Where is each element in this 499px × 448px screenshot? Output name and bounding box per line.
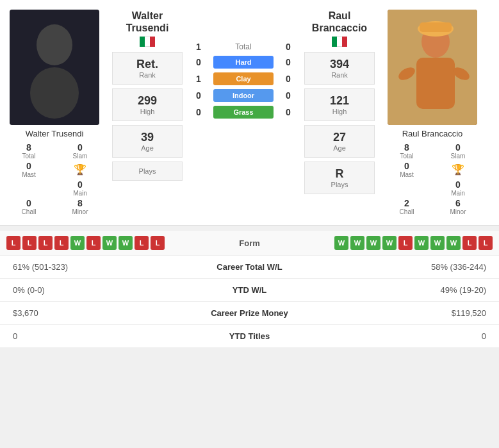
grass-right: 0 <box>279 107 298 117</box>
form-row: LLLLWLWWLL Form WWWWLWWWLL <box>0 231 499 256</box>
form-badge-right: W <box>430 236 445 250</box>
prize-row: $3,670 Career Prize Money $119,520 <box>0 302 499 325</box>
left-total-label: Total <box>22 153 35 160</box>
hard-row: 0 Hard 0 <box>189 56 298 69</box>
prize-right: $119,520 <box>329 308 486 318</box>
left-high-val: 299 <box>115 94 179 108</box>
left-flag <box>140 37 155 47</box>
left-total-val: 8 <box>26 142 31 153</box>
form-badge-right: L <box>479 236 493 250</box>
form-badges-right: WWWWLWWWLL <box>288 236 493 250</box>
right-plays-val: R <box>307 167 372 181</box>
right-age-box: 27 Age <box>304 125 375 158</box>
left-chall-label: Chall <box>22 208 37 215</box>
right-high-label: High <box>307 108 372 115</box>
right-main-val: 0 <box>455 179 461 190</box>
left-slam-label: Slam <box>73 153 88 160</box>
grass-row: 0 Grass 0 <box>189 106 298 119</box>
svg-point-2 <box>30 67 79 119</box>
ytd-wl-label: YTD W/L <box>170 285 328 295</box>
right-mast-val: 0 <box>404 161 409 171</box>
form-badge-left: W <box>102 236 117 250</box>
right-player-photo <box>388 10 477 125</box>
left-high-box: 299 High <box>112 88 183 121</box>
indoor-row: 0 Indoor 0 <box>189 89 298 102</box>
titles-label: YTD Titles <box>170 331 328 341</box>
form-badge-right: L <box>398 236 413 250</box>
right-high-box: 121 High <box>304 88 375 121</box>
main-container: Walter Trusendi 8 Total 0 Slam 0 Mast 🏆 <box>0 0 499 348</box>
clay-row: 1 Clay 0 <box>189 72 298 85</box>
right-main-label: Main <box>451 190 465 197</box>
titles-left: 0 <box>13 331 170 341</box>
right-total-label: Total <box>400 153 413 160</box>
right-age-label: Age <box>307 144 372 152</box>
left-age-val: 39 <box>115 131 179 144</box>
hard-right: 0 <box>279 57 298 67</box>
career-total-row: 61% (501-323) Career Total W/L 58% (336-… <box>0 256 499 279</box>
career-total-right: 58% (336-244) <box>329 262 486 272</box>
left-main-label: Main <box>73 190 87 197</box>
left-mast-label: Mast <box>22 171 36 178</box>
form-badge-right: W <box>382 236 397 250</box>
right-mast-label: Mast <box>400 171 414 178</box>
hard-left: 0 <box>189 57 208 67</box>
right-main-stat: 0 Main <box>436 179 480 197</box>
right-total-stat: 8 Total <box>384 142 429 160</box>
right-rank-val: 394 <box>307 58 372 71</box>
form-badge-left: W <box>70 236 85 250</box>
right-middle-stats: Raul Brancaccio 394 Rank 121 High 27 <box>301 6 378 219</box>
form-badge-right: L <box>462 236 477 250</box>
right-mast-stat: 0 Mast <box>384 161 429 178</box>
right-high-val: 121 <box>307 94 372 108</box>
svg-rect-5 <box>416 58 455 109</box>
right-minor-stat: 6 Minor <box>436 198 480 215</box>
right-stats-grid: 8 Total 0 Slam 0 Mast 🏆 0 Main <box>381 142 484 215</box>
right-age-val: 27 <box>307 131 372 144</box>
left-name-header: Walter Trusendi <box>126 10 169 34</box>
right-minor-val: 6 <box>455 198 461 208</box>
left-high-label: High <box>115 108 179 115</box>
form-badge-left: W <box>119 236 133 250</box>
right-total-val: 8 <box>404 142 409 153</box>
indoor-left: 0 <box>189 90 208 101</box>
form-badge-right: W <box>334 236 348 250</box>
grass-btn: Grass <box>213 106 274 119</box>
left-minor-label: Minor <box>72 208 88 215</box>
left-chall-stat: 0 Chall <box>6 198 51 215</box>
left-player-card: Walter Trusendi 8 Total 0 Slam 0 Mast 🏆 <box>0 6 109 219</box>
ytd-wl-row: 0% (0-0) YTD W/L 49% (19-20) <box>0 279 499 302</box>
left-mast-stat: 0 Mast <box>6 161 51 178</box>
indoor-right: 0 <box>279 90 298 101</box>
left-rank-val: Ret. <box>115 58 179 71</box>
right-chall-val: 2 <box>404 198 409 208</box>
right-player-card: Raul Brancaccio 8 Total 0 Slam 0 Mast 🏆 <box>378 6 487 219</box>
form-badge-left: L <box>22 236 37 250</box>
right-plays-label: Plays <box>307 181 372 188</box>
right-name-header: Raul Brancaccio <box>312 10 367 34</box>
total-row: 1 Total 0 <box>189 42 298 52</box>
left-middle-stats: Walter Trusendi Ret. Rank 299 High 39 <box>109 6 186 219</box>
ytd-wl-left: 0% (0-0) <box>13 285 170 295</box>
hard-btn: Hard <box>213 56 274 69</box>
form-badge-left: L <box>54 236 69 250</box>
right-chall-label: Chall <box>400 208 414 215</box>
left-chall-val: 0 <box>26 198 31 208</box>
left-minor-stat: 8 Minor <box>58 198 102 215</box>
right-slam-label: Slam <box>451 153 466 160</box>
form-badge-right: W <box>366 236 380 250</box>
form-badge-right: W <box>350 236 364 250</box>
right-trophy: 🏆 <box>436 161 480 178</box>
left-rank-label: Rank <box>115 71 179 79</box>
left-player-photo <box>10 10 99 125</box>
clay-left: 1 <box>189 74 208 84</box>
total-right: 0 <box>279 42 298 52</box>
left-minor-val: 8 <box>78 198 83 208</box>
left-age-label: Age <box>115 144 179 152</box>
total-left: 1 <box>189 42 208 52</box>
prize-label: Career Prize Money <box>170 308 328 318</box>
form-badge-right: W <box>414 236 429 250</box>
left-main-val: 0 <box>78 179 83 190</box>
left-total-stat: 8 Total <box>6 142 51 160</box>
clay-btn: Clay <box>213 72 274 85</box>
